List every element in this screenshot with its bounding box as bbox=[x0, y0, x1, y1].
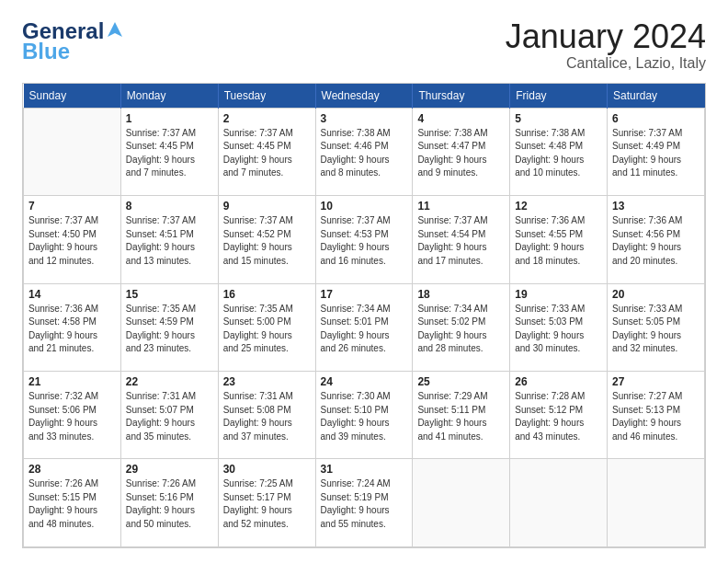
day-number: 21 bbox=[28, 375, 116, 388]
day-info: Sunrise: 7:34 AM Sunset: 5:01 PM Dayligh… bbox=[321, 303, 408, 356]
calendar-cell: 22Sunrise: 7:31 AM Sunset: 5:07 PM Dayli… bbox=[120, 372, 218, 459]
calendar-week-row: 7Sunrise: 7:37 AM Sunset: 4:50 PM Daylig… bbox=[24, 196, 705, 283]
day-number: 28 bbox=[28, 463, 116, 476]
day-info: Sunrise: 7:37 AM Sunset: 4:45 PM Dayligh… bbox=[223, 127, 311, 180]
calendar-week-row: 1Sunrise: 7:37 AM Sunset: 4:45 PM Daylig… bbox=[24, 108, 705, 195]
day-number: 20 bbox=[612, 288, 700, 301]
calendar-cell: 31Sunrise: 7:24 AM Sunset: 5:19 PM Dayli… bbox=[315, 459, 413, 547]
day-info: Sunrise: 7:24 AM Sunset: 5:19 PM Dayligh… bbox=[321, 477, 408, 531]
day-number: 27 bbox=[612, 375, 700, 388]
title-block: January 2024 Cantalice, Lazio, Italy bbox=[506, 18, 706, 72]
calendar-cell: 29Sunrise: 7:26 AM Sunset: 5:16 PM Dayli… bbox=[120, 459, 218, 547]
day-number: 6 bbox=[612, 112, 700, 125]
day-number: 13 bbox=[612, 200, 700, 213]
calendar-cell: 16Sunrise: 7:35 AM Sunset: 5:00 PM Dayli… bbox=[218, 283, 315, 371]
calendar-cell: 21Sunrise: 7:32 AM Sunset: 5:06 PM Dayli… bbox=[24, 372, 121, 459]
calendar-cell: 14Sunrise: 7:36 AM Sunset: 4:58 PM Dayli… bbox=[24, 283, 121, 371]
calendar-cell: 8Sunrise: 7:37 AM Sunset: 4:51 PM Daylig… bbox=[120, 196, 218, 283]
day-number: 3 bbox=[321, 112, 408, 125]
day-info: Sunrise: 7:35 AM Sunset: 5:00 PM Dayligh… bbox=[223, 303, 311, 356]
calendar-subtitle: Cantalice, Lazio, Italy bbox=[506, 55, 706, 72]
calendar-cell: 26Sunrise: 7:28 AM Sunset: 5:12 PM Dayli… bbox=[510, 372, 608, 459]
calendar-cell: 20Sunrise: 7:33 AM Sunset: 5:05 PM Dayli… bbox=[608, 283, 705, 371]
day-number: 11 bbox=[417, 200, 505, 213]
calendar-cell: 13Sunrise: 7:36 AM Sunset: 4:56 PM Dayli… bbox=[608, 196, 705, 283]
day-info: Sunrise: 7:33 AM Sunset: 5:05 PM Dayligh… bbox=[612, 303, 700, 356]
day-info: Sunrise: 7:28 AM Sunset: 5:12 PM Dayligh… bbox=[515, 390, 602, 443]
weekday-header: Wednesday bbox=[315, 84, 413, 109]
day-info: Sunrise: 7:27 AM Sunset: 5:13 PM Dayligh… bbox=[612, 390, 700, 443]
day-number: 2 bbox=[223, 112, 311, 125]
weekday-header: Tuesday bbox=[218, 84, 315, 109]
weekday-header: Thursday bbox=[413, 84, 510, 109]
day-number: 23 bbox=[223, 375, 311, 388]
day-number: 5 bbox=[515, 112, 602, 125]
day-info: Sunrise: 7:26 AM Sunset: 5:16 PM Dayligh… bbox=[126, 477, 213, 531]
calendar-cell bbox=[510, 459, 608, 547]
calendar-cell: 15Sunrise: 7:35 AM Sunset: 4:59 PM Dayli… bbox=[120, 283, 218, 371]
calendar-header: SundayMondayTuesdayWednesdayThursdayFrid… bbox=[24, 84, 705, 109]
day-info: Sunrise: 7:36 AM Sunset: 4:58 PM Dayligh… bbox=[28, 303, 116, 356]
day-info: Sunrise: 7:37 AM Sunset: 4:54 PM Dayligh… bbox=[417, 214, 505, 268]
calendar-cell bbox=[24, 108, 121, 195]
calendar-cell bbox=[608, 459, 705, 547]
day-info: Sunrise: 7:38 AM Sunset: 4:46 PM Dayligh… bbox=[321, 127, 408, 180]
calendar-cell: 4Sunrise: 7:38 AM Sunset: 4:47 PM Daylig… bbox=[413, 108, 510, 195]
day-info: Sunrise: 7:34 AM Sunset: 5:02 PM Dayligh… bbox=[417, 303, 505, 356]
calendar-cell: 30Sunrise: 7:25 AM Sunset: 5:17 PM Dayli… bbox=[218, 459, 315, 547]
day-number: 15 bbox=[126, 288, 213, 301]
day-info: Sunrise: 7:32 AM Sunset: 5:06 PM Dayligh… bbox=[28, 390, 116, 443]
day-info: Sunrise: 7:37 AM Sunset: 4:49 PM Dayligh… bbox=[612, 127, 700, 180]
calendar-cell: 2Sunrise: 7:37 AM Sunset: 4:45 PM Daylig… bbox=[218, 108, 315, 195]
weekday-header: Saturday bbox=[608, 84, 705, 109]
calendar-cell: 23Sunrise: 7:31 AM Sunset: 5:08 PM Dayli… bbox=[218, 372, 315, 459]
calendar-cell: 10Sunrise: 7:37 AM Sunset: 4:53 PM Dayli… bbox=[315, 196, 413, 283]
calendar-cell: 9Sunrise: 7:37 AM Sunset: 4:52 PM Daylig… bbox=[218, 196, 315, 283]
day-number: 29 bbox=[126, 463, 213, 476]
day-number: 1 bbox=[126, 112, 213, 125]
day-info: Sunrise: 7:25 AM Sunset: 5:17 PM Dayligh… bbox=[223, 477, 311, 531]
day-info: Sunrise: 7:37 AM Sunset: 4:53 PM Dayligh… bbox=[321, 214, 408, 268]
day-info: Sunrise: 7:35 AM Sunset: 4:59 PM Dayligh… bbox=[126, 303, 213, 356]
calendar-cell: 24Sunrise: 7:30 AM Sunset: 5:10 PM Dayli… bbox=[315, 372, 413, 459]
calendar-cell: 27Sunrise: 7:27 AM Sunset: 5:13 PM Dayli… bbox=[608, 372, 705, 459]
calendar-cell: 7Sunrise: 7:37 AM Sunset: 4:50 PM Daylig… bbox=[24, 196, 121, 283]
day-info: Sunrise: 7:37 AM Sunset: 4:52 PM Dayligh… bbox=[223, 214, 311, 268]
calendar-cell: 6Sunrise: 7:37 AM Sunset: 4:49 PM Daylig… bbox=[608, 108, 705, 195]
day-info: Sunrise: 7:33 AM Sunset: 5:03 PM Dayligh… bbox=[515, 303, 602, 356]
day-info: Sunrise: 7:38 AM Sunset: 4:48 PM Dayligh… bbox=[515, 127, 602, 180]
day-number: 17 bbox=[321, 288, 408, 301]
day-number: 9 bbox=[223, 200, 311, 213]
day-info: Sunrise: 7:37 AM Sunset: 4:51 PM Dayligh… bbox=[126, 214, 213, 268]
weekday-header: Friday bbox=[510, 84, 608, 109]
day-info: Sunrise: 7:29 AM Sunset: 5:11 PM Dayligh… bbox=[417, 390, 505, 443]
calendar-cell: 25Sunrise: 7:29 AM Sunset: 5:11 PM Dayli… bbox=[413, 372, 510, 459]
day-info: Sunrise: 7:36 AM Sunset: 4:55 PM Dayligh… bbox=[515, 214, 602, 268]
svg-marker-0 bbox=[108, 22, 122, 37]
day-info: Sunrise: 7:26 AM Sunset: 5:15 PM Dayligh… bbox=[28, 477, 116, 531]
logo-arrow-icon bbox=[106, 20, 124, 39]
day-number: 7 bbox=[28, 200, 116, 213]
calendar-cell: 12Sunrise: 7:36 AM Sunset: 4:55 PM Dayli… bbox=[510, 196, 608, 283]
day-number: 14 bbox=[28, 288, 116, 301]
day-number: 31 bbox=[321, 463, 408, 476]
day-number: 30 bbox=[223, 463, 311, 476]
calendar-table: SundayMondayTuesdayWednesdayThursdayFrid… bbox=[23, 84, 705, 547]
calendar-cell bbox=[413, 459, 510, 547]
calendar-body: 1Sunrise: 7:37 AM Sunset: 4:45 PM Daylig… bbox=[24, 108, 705, 546]
day-number: 19 bbox=[515, 288, 602, 301]
calendar-cell: 5Sunrise: 7:38 AM Sunset: 4:48 PM Daylig… bbox=[510, 108, 608, 195]
calendar: SundayMondayTuesdayWednesdayThursdayFrid… bbox=[22, 83, 706, 548]
calendar-cell: 3Sunrise: 7:38 AM Sunset: 4:46 PM Daylig… bbox=[315, 108, 413, 195]
calendar-cell: 1Sunrise: 7:37 AM Sunset: 4:45 PM Daylig… bbox=[120, 108, 218, 195]
header: General Blue January 2024 Cantalice, Laz… bbox=[22, 18, 706, 72]
calendar-cell: 18Sunrise: 7:34 AM Sunset: 5:02 PM Dayli… bbox=[413, 283, 510, 371]
day-number: 16 bbox=[223, 288, 311, 301]
day-number: 12 bbox=[515, 200, 602, 213]
day-info: Sunrise: 7:30 AM Sunset: 5:10 PM Dayligh… bbox=[321, 390, 408, 443]
calendar-week-row: 14Sunrise: 7:36 AM Sunset: 4:58 PM Dayli… bbox=[24, 283, 705, 371]
calendar-cell: 19Sunrise: 7:33 AM Sunset: 5:03 PM Dayli… bbox=[510, 283, 608, 371]
calendar-week-row: 21Sunrise: 7:32 AM Sunset: 5:06 PM Dayli… bbox=[24, 372, 705, 459]
weekday-header: Sunday bbox=[24, 84, 121, 109]
logo: General Blue bbox=[22, 18, 124, 64]
